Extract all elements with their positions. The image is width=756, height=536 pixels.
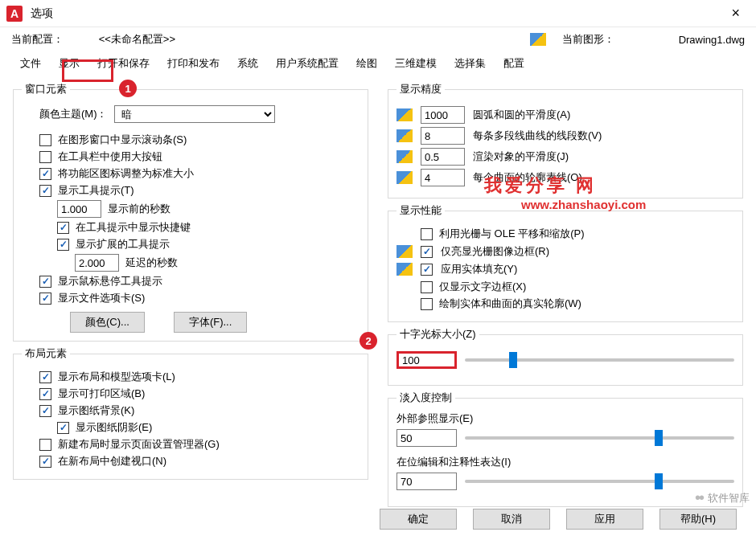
cb-tooltips[interactable] xyxy=(39,185,51,197)
crosshair-input[interactable] xyxy=(396,351,457,369)
fade-legend: 淡入度控制 xyxy=(396,391,455,405)
ok-button[interactable]: 确定 xyxy=(380,509,457,530)
tab-1[interactable]: 显示 xyxy=(50,51,88,76)
xref-label: 外部参照显示(E) xyxy=(396,411,734,426)
contour-input[interactable] xyxy=(421,169,465,186)
lbl-secs-before: 显示前的秒数 xyxy=(108,202,171,216)
xref-slider[interactable] xyxy=(465,436,734,440)
cb-ole[interactable] xyxy=(421,228,433,240)
cb-paper-bg[interactable] xyxy=(39,405,51,417)
apply-button[interactable]: 应用 xyxy=(566,509,643,530)
help-button[interactable]: 帮助(H) xyxy=(659,509,737,530)
window-elements-legend: 窗口元素 xyxy=(22,82,70,96)
display-precision-group: 显示精度 圆弧和圆的平滑度(A) 每条多段线曲线的线段数(V) 渲染对象的平滑度… xyxy=(388,82,743,198)
slider-thumb[interactable] xyxy=(509,352,517,368)
lbl-ole: 利用光栅与 OLE 平移和缩放(P) xyxy=(439,227,585,241)
badge-1: 1 xyxy=(119,80,137,97)
tab-0[interactable]: 文件 xyxy=(11,51,50,76)
cb-shortcut[interactable] xyxy=(57,222,69,234)
crosshair-slider[interactable] xyxy=(465,358,734,362)
display-perf-group: 显示性能 利用光栅与 OLE 平移和缩放(P) 仅亮显光栅图像边框(R) 应用实… xyxy=(388,203,743,322)
cb-filetabs[interactable] xyxy=(39,293,51,305)
app-icon: A xyxy=(6,6,23,22)
cb-ext-tip[interactable] xyxy=(57,239,69,251)
cb-ribbon-std[interactable] xyxy=(39,168,51,180)
cancel-button[interactable]: 取消 xyxy=(473,509,550,530)
tab-2[interactable]: 打开和保存 xyxy=(88,51,158,76)
precision-icon xyxy=(396,171,413,184)
edit-slider[interactable] xyxy=(465,480,734,483)
cb-raster-frame[interactable] xyxy=(421,246,433,258)
perf-icon xyxy=(396,263,413,276)
lbl-hover: 显示鼠标悬停工具提示 xyxy=(58,274,162,288)
lbl-text-frame: 仅显示文字边框(X) xyxy=(439,280,526,294)
cb-paper-shadow[interactable] xyxy=(57,422,69,434)
lbl-page-setup: 新建布局时显示页面设置管理器(G) xyxy=(58,437,220,452)
lbl-bigbuttons: 在工具栏中使用大按钮 xyxy=(58,149,162,164)
cb-bigbuttons[interactable] xyxy=(39,151,51,163)
edit-input[interactable] xyxy=(396,473,457,490)
lbl-viewport: 在新布局中创建视口(N) xyxy=(58,454,166,468)
window-title: 选项 xyxy=(31,6,53,21)
profile-label: 当前配置： xyxy=(11,33,64,45)
close-button[interactable]: × xyxy=(721,5,750,22)
lbl-raster-frame: 仅亮显光栅图像边框(R) xyxy=(441,244,549,259)
lbl-scrollbars: 在图形窗口中显示滚动条(S) xyxy=(58,133,187,147)
lbl-pline-seg: 每条多段线曲线的线段数(V) xyxy=(473,129,602,143)
precision-icon xyxy=(396,129,413,142)
xref-input[interactable] xyxy=(396,429,457,447)
lbl-shortcut: 在工具提示中显示快捷键 xyxy=(76,220,191,235)
drawing-value: Drawing1.dwg xyxy=(679,34,745,46)
precision-icon xyxy=(396,108,413,121)
secs-before-input[interactable] xyxy=(57,200,101,218)
cb-text-frame[interactable] xyxy=(421,281,433,293)
lbl-ribbon-std: 将功能区图标调整为标准大小 xyxy=(58,166,194,181)
cb-scrollbars[interactable] xyxy=(39,134,51,146)
perf-icon xyxy=(396,245,413,258)
cb-hover[interactable] xyxy=(39,276,51,288)
lbl-paper-shadow: 显示图纸阴影(E) xyxy=(76,420,152,435)
edit-label: 在位编辑和注释性表达(I) xyxy=(396,455,734,469)
cb-viewport[interactable] xyxy=(39,456,51,468)
cb-page-setup[interactable] xyxy=(39,439,51,451)
crosshair-legend: 十字光标大小(Z) xyxy=(396,327,479,342)
cb-silhouette[interactable] xyxy=(421,298,433,310)
lbl-contour: 每个曲面的轮廓素线(O) xyxy=(473,170,582,185)
layout-elements-group: 布局元素 显示布局和模型选项卡(L) 显示可打印区域(B) 显示图纸背景(K) … xyxy=(13,346,368,480)
lbl-solid-fill: 应用实体填充(Y) xyxy=(441,262,517,276)
lbl-render-smooth: 渲染对象的平滑度(J) xyxy=(473,149,569,164)
theme-label: 颜色主题(M)： xyxy=(39,107,108,121)
lbl-tooltips: 显示工具提示(T) xyxy=(58,183,134,198)
tab-6[interactable]: 绘图 xyxy=(347,51,386,76)
fade-group: 淡入度控制 外部参照显示(E) 在位编辑和注释性表达(I) xyxy=(388,391,743,507)
lbl-silhouette: 绘制实体和曲面的真实轮廓(W) xyxy=(439,297,581,311)
theme-select[interactable]: 暗 xyxy=(114,105,275,123)
arc-smooth-input[interactable] xyxy=(421,106,465,124)
secs-delay-input[interactable] xyxy=(75,254,119,272)
pline-seg-input[interactable] xyxy=(421,127,465,145)
lbl-ext-tip: 显示扩展的工具提示 xyxy=(76,237,170,252)
render-smooth-input[interactable] xyxy=(421,148,465,166)
cb-layout-model[interactable] xyxy=(39,371,51,383)
display-perf-legend: 显示性能 xyxy=(396,203,445,218)
colors-button[interactable]: 颜色(C)... xyxy=(70,312,145,333)
slider-thumb[interactable] xyxy=(655,430,663,446)
layout-elements-legend: 布局元素 xyxy=(22,346,70,361)
lbl-layout-model: 显示布局和模型选项卡(L) xyxy=(58,370,175,384)
cb-solid-fill[interactable] xyxy=(421,264,433,276)
window-elements-group: 窗口元素 颜色主题(M)： 暗 在图形窗口中显示滚动条(S) 在工具栏中使用大按… xyxy=(13,82,368,342)
fonts-button[interactable]: 字体(F)... xyxy=(174,312,247,333)
drawing-label: 当前图形： xyxy=(562,32,614,47)
tab-5[interactable]: 用户系统配置 xyxy=(267,51,347,76)
tab-8[interactable]: 选择集 xyxy=(446,51,495,76)
drawing-icon xyxy=(530,33,546,46)
crosshair-group: 十字光标大小(Z) xyxy=(388,327,743,386)
tabs: 文件显示打开和保存打印和发布系统用户系统配置绘图三维建模选择集配置 xyxy=(0,51,756,76)
tab-4[interactable]: 系统 xyxy=(228,51,267,76)
tab-7[interactable]: 三维建模 xyxy=(386,51,446,76)
slider-thumb[interactable] xyxy=(655,473,663,489)
precision-icon xyxy=(396,150,413,163)
cb-printable[interactable] xyxy=(39,388,51,400)
tab-9[interactable]: 配置 xyxy=(495,51,533,76)
tab-3[interactable]: 打印和发布 xyxy=(158,51,228,76)
